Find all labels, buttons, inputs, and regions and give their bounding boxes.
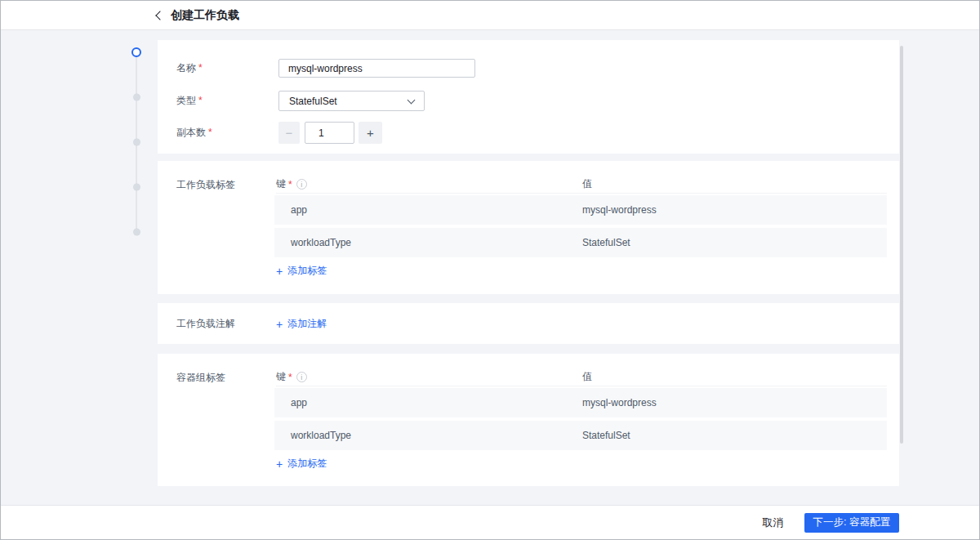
pod-labels-card: 容器组标签 键* i 值 app mysql-wordpress workloa… (158, 354, 899, 486)
kv-table-header: 键* i 值 (276, 173, 887, 194)
page-title: 创建工作负载 (171, 8, 239, 23)
step-dot-icon (133, 184, 140, 191)
required-asterisk: * (208, 127, 212, 138)
label-value: StatefulSet (582, 237, 630, 248)
label-value: mysql-wordpress (582, 397, 657, 408)
add-label-text: 添加标签 (287, 457, 327, 471)
minus-icon: − (286, 126, 293, 140)
cancel-button[interactable]: 取消 (763, 515, 784, 530)
required-asterisk: * (288, 179, 292, 190)
add-annotation-link[interactable]: + 添加注解 (276, 317, 327, 331)
key-column-header: 键* i (276, 370, 307, 384)
info-icon[interactable]: i (296, 179, 307, 190)
info-icon[interactable]: i (296, 372, 307, 382)
plus-icon: + (276, 318, 283, 329)
add-annotation-text: 添加注解 (287, 317, 327, 331)
workload-annotations-section-label: 工作负载注解 (176, 317, 235, 331)
label-value: StatefulSet (582, 430, 630, 441)
workload-labels-card: 工作负载标签 键* i 值 app mysql-wordpress worklo… (158, 161, 899, 294)
vertical-scrollbar[interactable] (900, 46, 903, 444)
workload-annotations-card: 工作负载注解 + 添加注解 (158, 303, 899, 344)
key-column-header: 键* i (276, 177, 307, 191)
required-asterisk: * (198, 62, 203, 74)
next-step-button[interactable]: 下一步: 容器配置 (804, 513, 899, 533)
label-row[interactable]: workloadType StatefulSet (274, 421, 887, 450)
workload-labels-section-label: 工作负载标签 (176, 178, 235, 192)
footer-action-bar: 取消 下一步: 容器配置 (1, 505, 979, 539)
add-workload-label-link[interactable]: + 添加标签 (276, 264, 327, 278)
back-icon[interactable] (155, 11, 164, 20)
label-key: app (291, 397, 307, 408)
required-asterisk: * (288, 372, 292, 383)
plus-icon: + (276, 266, 283, 277)
label-row[interactable]: workloadType StatefulSet (274, 228, 887, 257)
required-asterisk: * (198, 95, 203, 106)
step-dot-icon (133, 139, 140, 146)
replicas-label: 副本数* (176, 127, 212, 138)
label-row[interactable]: app mysql-wordpress (274, 195, 887, 225)
step-dot-icon (133, 229, 140, 236)
type-label: 类型* (176, 95, 203, 106)
type-select[interactable]: StatefulSet (278, 91, 425, 111)
top-bar: 创建工作负载 (1, 1, 979, 30)
label-key: workloadType (291, 237, 351, 248)
chevron-down-icon (408, 96, 416, 104)
create-workload-page: 创建工作负载 基础信息 容器配置 资源挂载 高级配置 确认信息 名称* 类型* … (0, 0, 980, 540)
label-row[interactable]: app mysql-wordpress (274, 388, 887, 417)
label-value: mysql-wordpress (582, 204, 657, 216)
step-dot-icon (133, 94, 140, 101)
plus-icon: + (367, 126, 374, 140)
pod-labels-section-label: 容器组标签 (176, 371, 225, 385)
step-active-dot-icon (131, 47, 141, 57)
add-pod-label-link[interactable]: + 添加标签 (276, 457, 327, 471)
value-column-header: 值 (582, 177, 592, 191)
basic-info-card: 名称* 类型* StatefulSet 副本数* − + (158, 40, 899, 154)
label-key: app (291, 204, 307, 216)
kv-table-header: 键* i 值 (276, 366, 887, 386)
name-input[interactable] (278, 59, 475, 78)
label-key: workloadType (291, 430, 351, 441)
add-label-text: 添加标签 (287, 264, 327, 278)
value-column-header: 值 (582, 370, 592, 384)
replicas-input[interactable] (305, 122, 354, 144)
plus-icon: + (276, 458, 283, 470)
type-select-value: StatefulSet (289, 96, 337, 107)
replicas-increase-button[interactable]: + (359, 122, 382, 144)
replicas-decrease-button[interactable]: − (278, 122, 300, 144)
name-label: 名称* (176, 62, 203, 74)
